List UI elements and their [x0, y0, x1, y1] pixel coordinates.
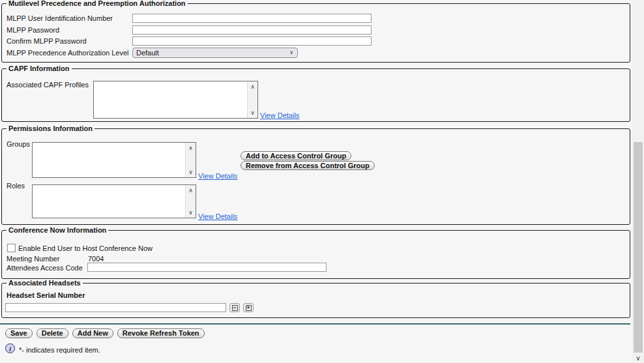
delete-button[interactable]: Delete: [37, 328, 68, 338]
confirm-mlpp-password-label: Confirm MLPP Password: [7, 37, 87, 45]
groups-label: Groups: [7, 140, 30, 148]
roles-label: Roles: [7, 182, 25, 190]
info-icon: i: [5, 343, 15, 353]
section-capf-title: CAPF Information: [7, 65, 72, 72]
chevron-down-icon: ∨: [289, 50, 293, 55]
section-mlpp: Mutilevel Precedence and Preemption Auth…: [1, 3, 630, 63]
meeting-number-value: 7004: [88, 255, 104, 263]
plus-icon: +: [246, 305, 252, 311]
mlpp-precedence-level-value: Default: [136, 49, 159, 57]
mlpp-password-input[interactable]: [132, 25, 372, 35]
scroll-down-icon[interactable]: ∨: [186, 208, 196, 217]
attendees-access-code-input[interactable]: [87, 263, 327, 272]
scroll-up-icon[interactable]: ∧: [186, 186, 196, 195]
action-button-bar: Save Delete Add New Revoke Refresh Token: [5, 328, 205, 338]
section-permissions: Permissions Information Groups ∧ ∨ View …: [1, 128, 630, 225]
enable-conference-now-label: Enable End User to Host Conference Now: [18, 244, 153, 252]
page-scrollbar-thumb[interactable]: [634, 142, 643, 353]
enable-conference-now-checkbox[interactable]: [7, 244, 16, 252]
section-associated-headsets: Associated Headsets Headset Serial Numbe…: [1, 283, 630, 318]
add-new-button[interactable]: Add New: [72, 328, 113, 338]
scroll-down-icon[interactable]: ∨: [186, 167, 196, 177]
roles-view-details-link[interactable]: View Details: [198, 212, 237, 220]
add-headset-button[interactable]: +: [243, 303, 254, 312]
remove-from-access-control-group-button[interactable]: Remove from Access Control Group: [241, 161, 375, 170]
footer-separator-line: [0, 323, 630, 325]
section-conference-now: Conference Now Information Enable End Us…: [1, 230, 630, 279]
scroll-down-icon[interactable]: ∨: [248, 108, 257, 117]
end-user-config-page: Mutilevel Precedence and Preemption Auth…: [0, 0, 644, 363]
scroll-up-icon[interactable]: ∧: [248, 82, 257, 91]
revoke-refresh-token-button[interactable]: Revoke Refresh Token: [117, 328, 205, 338]
save-button[interactable]: Save: [5, 328, 33, 338]
mlpp-precedence-level-label: MLPP Precedence Authorization Level: [7, 49, 129, 57]
attendees-access-code-label: Attendees Access Code: [7, 264, 83, 272]
roles-listbox[interactable]: ∧ ∨: [32, 184, 196, 218]
mlpp-password-label: MLPP Password: [7, 26, 59, 34]
capf-view-details-link[interactable]: View Details: [260, 111, 299, 119]
section-capf: CAPF Information Associated CAPF Profile…: [1, 68, 630, 122]
headset-serial-number-label: Headset Serial Number: [7, 291, 85, 299]
listbox-scrollbar[interactable]: ∧ ∨: [247, 81, 257, 118]
headset-serial-number-input[interactable]: [5, 303, 226, 312]
mlpp-user-id-input[interactable]: [132, 14, 372, 23]
section-conference-now-title: Conference Now Information: [7, 226, 108, 234]
mlpp-user-id-label: MLPP User Identification Number: [7, 14, 113, 22]
listbox-scrollbar[interactable]: ∧ ∨: [185, 143, 196, 177]
section-mlpp-title: Mutilevel Precedence and Preemption Auth…: [7, 0, 188, 7]
listbox-scrollbar[interactable]: ∧ ∨: [185, 185, 196, 218]
section-associated-headsets-title: Associated Headsets: [7, 279, 83, 287]
add-to-access-control-group-button[interactable]: Add to Access Control Group: [241, 151, 351, 160]
mlpp-precedence-level-select[interactable]: Default ∨: [132, 48, 298, 58]
required-item-note: *- indicates required item.: [19, 346, 100, 354]
capf-profiles-label: Associated CAPF Profiles: [7, 81, 89, 89]
groups-view-details-link[interactable]: View Details: [198, 172, 237, 180]
section-permissions-title: Permissions Information: [7, 124, 95, 132]
groups-listbox[interactable]: ∧ ∨: [32, 142, 196, 178]
confirm-mlpp-password-input[interactable]: [132, 36, 372, 46]
minus-icon: −: [232, 305, 238, 311]
page-scrollbar[interactable]: ∨: [632, 0, 644, 363]
scroll-up-icon[interactable]: ∧: [186, 143, 196, 152]
capf-profiles-listbox[interactable]: ∧ ∨: [93, 81, 258, 119]
remove-headset-button[interactable]: −: [229, 303, 240, 312]
meeting-number-label: Meeting Number: [7, 255, 59, 263]
page-scroll-down-icon[interactable]: ∨: [632, 355, 644, 362]
